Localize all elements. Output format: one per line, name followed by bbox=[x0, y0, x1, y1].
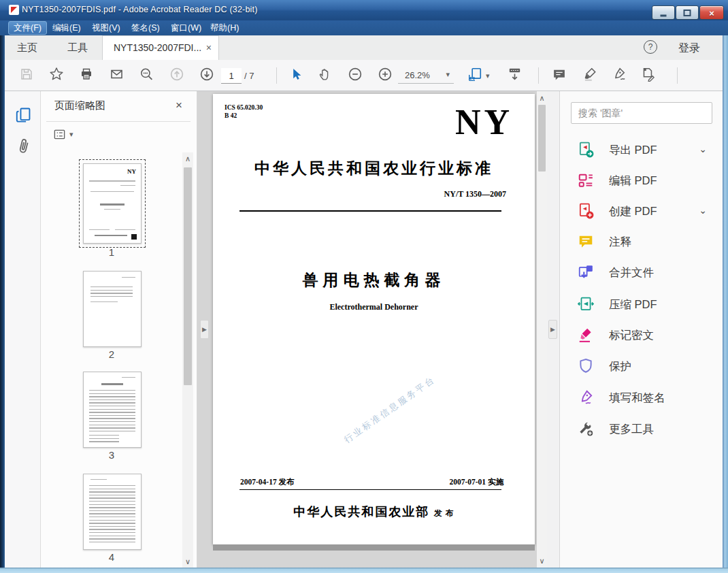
thumbnail-4-label: 4 bbox=[83, 551, 140, 563]
right-panel-collapse-handle[interactable]: ▶ bbox=[548, 320, 557, 339]
fill-sign-icon bbox=[578, 389, 594, 406]
chevron-down-icon[interactable]: ⌄ bbox=[699, 205, 707, 216]
menu-help[interactable]: 帮助(H) bbox=[205, 22, 244, 34]
tool-create-pdf[interactable]: 创建 PDF ⌄ bbox=[567, 199, 716, 223]
thumbnail-page-3[interactable] bbox=[83, 372, 142, 448]
page-down-icon bbox=[199, 67, 214, 82]
implementation-date: 2007-07-01 实施 bbox=[449, 477, 503, 487]
scrollbar-thumb[interactable] bbox=[538, 105, 546, 171]
scroll-down-icon[interactable]: ∨ bbox=[182, 557, 193, 566]
tab-tools[interactable]: 工具 bbox=[67, 42, 88, 54]
standard-number: NY/T 1350—2007 bbox=[444, 189, 506, 199]
minimize-button[interactable] bbox=[652, 5, 675, 20]
menu-file[interactable]: 文件(F) bbox=[8, 21, 47, 35]
tool-more-tools[interactable]: 更多工具 bbox=[567, 416, 716, 441]
favorite-button[interactable] bbox=[49, 67, 64, 84]
redact-icon bbox=[578, 327, 594, 343]
thumbnail-page-1[interactable]: NY bbox=[83, 163, 142, 244]
close-button[interactable]: × bbox=[699, 5, 724, 20]
zoom-out-button[interactable] bbox=[348, 67, 363, 84]
tool-compress-pdf[interactable]: 压缩 PDF bbox=[567, 292, 716, 316]
select-tool-button[interactable] bbox=[289, 67, 302, 84]
menu-sign[interactable]: 签名(S) bbox=[127, 22, 165, 34]
scrollbar-thumb[interactable] bbox=[184, 167, 192, 385]
page-gap bbox=[213, 544, 535, 551]
scroll-up-icon[interactable]: ∧ bbox=[537, 93, 547, 103]
comment-button[interactable] bbox=[552, 67, 567, 84]
page-number-input[interactable] bbox=[221, 68, 242, 84]
protect-shield-icon bbox=[578, 358, 594, 374]
tool-label: 标记密文 bbox=[609, 328, 654, 343]
tool-fill-sign[interactable]: 填写和签名 bbox=[567, 385, 716, 410]
tool-label: 编辑 PDF bbox=[609, 174, 657, 189]
minimize-icon bbox=[661, 14, 667, 16]
tool-combine-files[interactable]: 合并文件 bbox=[567, 260, 716, 284]
document-canvas[interactable]: ICS 65.020.30 B 42 NY 中华人民共和国农业行业标准 NY/T… bbox=[197, 91, 547, 568]
tool-export-pdf[interactable]: 导出 PDF ⌄ bbox=[567, 137, 716, 162]
tab-home[interactable]: 主页 bbox=[17, 42, 37, 54]
highlight-button[interactable] bbox=[582, 67, 597, 84]
save-button[interactable] bbox=[20, 67, 33, 84]
toolbar-separator bbox=[538, 67, 539, 84]
tool-comment[interactable]: 注释 bbox=[567, 229, 716, 254]
thumbnail-page-4[interactable] bbox=[83, 474, 142, 550]
email-button[interactable] bbox=[110, 67, 124, 84]
menu-edit[interactable]: 编辑(E) bbox=[48, 22, 86, 34]
page-thumbnails-rail-button[interactable] bbox=[14, 106, 32, 127]
page-thumbnails-icon bbox=[14, 106, 32, 124]
thumbnails-panel-close-icon[interactable]: × bbox=[176, 99, 182, 112]
comment-icon bbox=[552, 67, 567, 81]
print-button[interactable] bbox=[80, 67, 93, 84]
thumbnails-scrollbar[interactable]: ∧ ∨ bbox=[182, 152, 193, 568]
export-pdf-icon bbox=[578, 142, 594, 158]
menu-view[interactable]: 视图(V) bbox=[87, 22, 125, 34]
scroll-mode-button[interactable] bbox=[507, 67, 523, 84]
page-thumbnails-panel: 页面缩略图 × ▾ NY 1 2 3 4 ∧ bbox=[41, 91, 197, 568]
scroll-down-icon[interactable]: ∨ bbox=[537, 556, 547, 566]
menu-window[interactable]: 窗口(W) bbox=[166, 22, 206, 34]
printer-icon bbox=[80, 67, 93, 81]
tab-document[interactable]: NYT1350-2007FDI... × bbox=[102, 35, 219, 60]
next-page-button[interactable] bbox=[199, 67, 214, 84]
thumbnail-page-2[interactable] bbox=[83, 271, 142, 347]
thumbnails-options-button[interactable]: ▾ bbox=[53, 128, 73, 142]
fit-page-button[interactable] bbox=[467, 67, 482, 84]
document-scrollbar[interactable]: ∧ ∨ bbox=[537, 91, 547, 568]
options-list-icon bbox=[53, 128, 66, 141]
watermark-text: 行业标准信息服务平台 bbox=[325, 362, 455, 458]
chevron-down-icon[interactable]: ⌄ bbox=[699, 144, 707, 154]
sign-in-link[interactable]: 登录 bbox=[678, 42, 700, 56]
hand-tool-button[interactable] bbox=[318, 67, 332, 84]
scroll-up-icon[interactable]: ∧ bbox=[182, 154, 193, 163]
tool-label: 创建 PDF bbox=[609, 204, 657, 219]
tool-label: 填写和签名 bbox=[609, 391, 665, 406]
previous-page-button[interactable] bbox=[169, 67, 184, 84]
tool-protect[interactable]: 保护 bbox=[567, 354, 716, 378]
fit-page-caret-icon[interactable]: ▾ bbox=[486, 71, 490, 80]
attachments-rail-button[interactable] bbox=[16, 137, 32, 158]
zoom-level-dropdown[interactable]: 26.2% ▾ bbox=[398, 68, 454, 84]
left-panel-collapse-handle[interactable]: ▶ bbox=[200, 320, 209, 339]
scroll-mode-icon bbox=[507, 67, 523, 82]
fountain-pen-icon bbox=[611, 67, 627, 82]
tab-close-icon[interactable]: × bbox=[206, 42, 212, 53]
search-tool-button[interactable] bbox=[139, 67, 154, 84]
window-title: NYT1350-2007FDIS.pdf - Adobe Acrobat Rea… bbox=[22, 5, 258, 14]
zoom-level-value: 26.2% bbox=[405, 70, 430, 80]
restore-button[interactable] bbox=[676, 5, 699, 20]
tool-label: 压缩 PDF bbox=[609, 297, 657, 312]
tool-edit-pdf[interactable]: 编辑 PDF bbox=[567, 168, 716, 193]
save-icon bbox=[20, 67, 33, 81]
window-border-left bbox=[0, 35, 5, 573]
stamp-button[interactable] bbox=[640, 67, 656, 84]
tool-redact[interactable]: 标记密文 bbox=[567, 323, 716, 347]
tool-label: 导出 PDF bbox=[609, 143, 657, 158]
tools-search-input[interactable] bbox=[571, 102, 712, 124]
fill-sign-toolbar-button[interactable] bbox=[611, 67, 627, 84]
zoom-in-button[interactable] bbox=[378, 67, 393, 84]
page-up-icon bbox=[169, 67, 184, 82]
page-total-label: / 7 bbox=[244, 71, 254, 81]
help-icon[interactable]: ? bbox=[644, 40, 657, 54]
acrobat-pdf-icon bbox=[9, 5, 19, 15]
tab-bar: 主页 工具 NYT1350-2007FDI... × 登录 bbox=[5, 35, 723, 61]
